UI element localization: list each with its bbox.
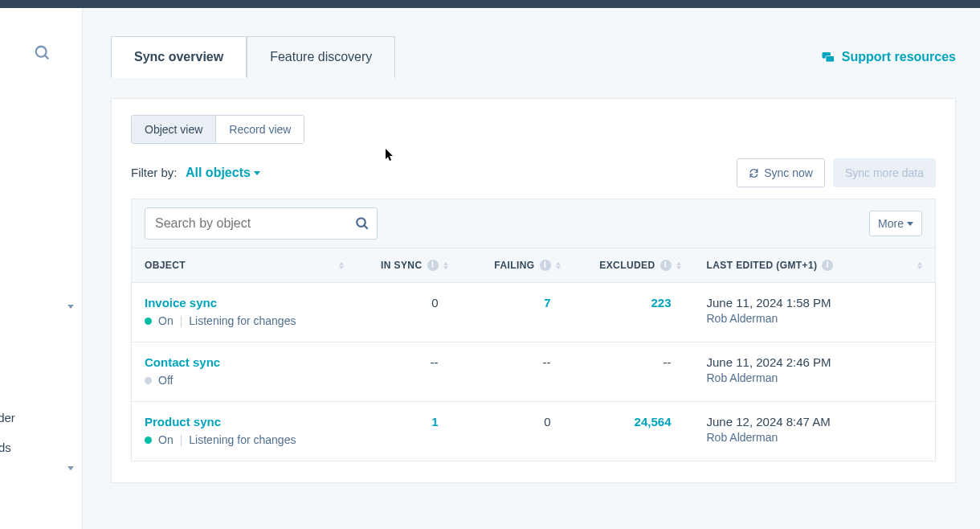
view-toggle: Object view Record view (131, 115, 304, 144)
sync-status: On|Listening for changes (145, 314, 344, 327)
tabs: Sync overview Feature discovery (111, 36, 395, 78)
column-excluded[interactable]: EXCLUDED i (574, 248, 694, 283)
info-icon[interactable]: i (822, 260, 833, 271)
tab-sync-overview[interactable]: Sync overview (111, 36, 247, 78)
last-edited-value: June 11, 2024 1:58 PMRob Alderman (694, 283, 936, 342)
last-edited-value: June 12, 2024 8:47 AMRob Alderman (694, 402, 936, 461)
status-dot-icon (145, 437, 152, 444)
sort-icon[interactable] (556, 262, 561, 269)
table-row: Product syncOn|Listening for changes1024… (132, 402, 936, 461)
sort-icon[interactable] (339, 262, 344, 269)
search-icon[interactable] (355, 216, 370, 231)
sort-icon[interactable] (917, 262, 922, 269)
column-last-edited-label: LAST EDITED (GMT+1) (707, 260, 818, 271)
sort-icon[interactable] (676, 262, 681, 269)
column-excluded-label: EXCLUDED (599, 260, 655, 271)
sidebar-item[interactable]: cts (0, 373, 82, 403)
table-row: Contact syncOff------June 11, 2024 2:46 … (132, 342, 936, 402)
info-icon[interactable]: i (660, 260, 672, 271)
more-button[interactable]: More (869, 211, 922, 236)
support-resources-label: Support resources (842, 50, 956, 64)
table-row: Invoice syncOn|Listening for changes0722… (132, 283, 936, 342)
failing-value: 0 (461, 402, 574, 461)
chat-icon (821, 50, 835, 64)
sync-name-link[interactable]: Invoice sync (145, 296, 344, 310)
svg-point-0 (36, 47, 47, 57)
sidebar-item[interactable]: es (0, 110, 82, 140)
info-icon[interactable]: i (540, 260, 551, 271)
record-view-button[interactable]: Record view (216, 116, 304, 143)
sync-status: On|Listening for changes (145, 433, 344, 446)
svg-line-1 (45, 55, 49, 59)
sort-icon[interactable] (443, 262, 448, 269)
search-input[interactable] (145, 207, 378, 240)
failing-value[interactable]: 7 (461, 283, 574, 342)
chevron-down-icon (67, 470, 74, 484)
in-sync-value: 0 (357, 283, 461, 342)
object-view-button[interactable]: Object view (132, 116, 216, 143)
refresh-icon (749, 168, 759, 178)
sidebar-item[interactable] (0, 301, 82, 317)
top-bar (0, 0, 980, 8)
chevron-down-icon (67, 309, 74, 322)
excluded-value: -- (574, 342, 694, 402)
sidebar-item[interactable]: ovider (0, 403, 82, 433)
sync-name-link[interactable]: Product sync (145, 415, 344, 429)
filter-value: All objects (186, 166, 251, 180)
svg-point-4 (357, 218, 365, 227)
svg-line-5 (364, 225, 368, 229)
search-icon[interactable] (34, 44, 51, 62)
more-label: More (878, 217, 904, 230)
sidebar: es cts ovider loads cs (0, 8, 83, 529)
sidebar-item[interactable]: cs (0, 462, 82, 492)
sync-now-label: Sync now (764, 166, 813, 179)
svg-rect-3 (826, 56, 835, 63)
failing-value: -- (461, 342, 574, 402)
filter-dropdown[interactable]: All objects (186, 166, 260, 180)
sync-status: Off (145, 374, 344, 387)
in-sync-value: -- (357, 342, 461, 402)
tab-feature-discovery[interactable]: Feature discovery (247, 36, 395, 78)
excluded-value[interactable]: 223 (574, 283, 694, 342)
sidebar-item[interactable]: loads (0, 433, 82, 462)
sync-card: Object view Record view Filter by: All o… (111, 98, 956, 483)
column-failing-label: FAILING (494, 260, 534, 271)
last-edited-value: June 11, 2024 2:46 PMRob Alderman (694, 342, 936, 402)
info-icon[interactable]: i (427, 260, 439, 271)
support-resources-link[interactable]: Support resources (821, 50, 956, 64)
column-last-edited[interactable]: LAST EDITED (GMT+1) i (694, 248, 936, 283)
chevron-down-icon (907, 222, 913, 226)
column-object[interactable]: OBJECT (132, 248, 357, 283)
sync-more-data-button: Sync more data (833, 158, 936, 187)
sync-table: OBJECT IN SYNC i (131, 248, 936, 461)
column-object-label: OBJECT (145, 260, 186, 271)
chevron-down-icon (254, 171, 260, 175)
sync-name-link[interactable]: Contact sync (145, 355, 344, 369)
column-in-sync-label: IN SYNC (381, 260, 422, 271)
sync-now-button[interactable]: Sync now (737, 158, 825, 187)
filter-label: Filter by: (131, 166, 178, 179)
column-in-sync[interactable]: IN SYNC i (357, 248, 461, 283)
column-failing[interactable]: FAILING i (461, 248, 574, 283)
status-dot-icon (145, 377, 152, 384)
excluded-value[interactable]: 24,564 (574, 402, 694, 461)
status-dot-icon (145, 318, 152, 325)
in-sync-value[interactable]: 1 (357, 402, 461, 461)
